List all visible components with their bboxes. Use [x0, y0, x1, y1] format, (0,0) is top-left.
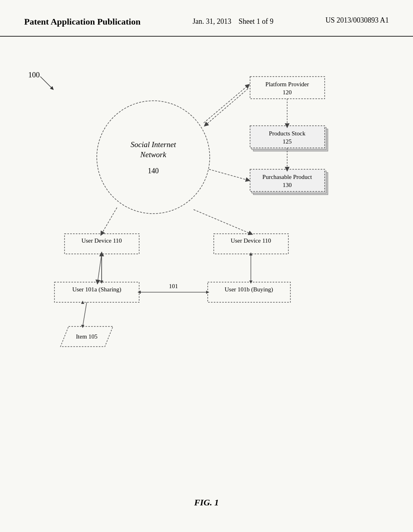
svg-text:User 101a (Sharing): User 101a (Sharing)	[72, 286, 121, 293]
svg-rect-25	[214, 234, 288, 254]
patent-number: US 2013/0030893 A1	[325, 16, 389, 24]
svg-marker-43	[206, 291, 209, 294]
diagram-svg: Social Internet Network 140 Platform Pro…	[20, 52, 383, 455]
svg-marker-40	[249, 281, 252, 284]
figure-label: FIG. 1	[194, 497, 219, 508]
svg-text:User Device 110: User Device 110	[81, 237, 122, 244]
svg-rect-23	[65, 234, 139, 254]
header-title: Patent Application Publication	[24, 16, 140, 28]
svg-line-18	[204, 85, 248, 123]
svg-line-27	[102, 208, 117, 234]
svg-text:Products Stock: Products Stock	[269, 130, 306, 137]
svg-text:Network: Network	[140, 150, 167, 159]
svg-text:101: 101	[169, 283, 178, 289]
svg-line-28	[194, 210, 251, 234]
publication-date: Jan. 31, 2013	[192, 17, 231, 25]
svg-text:125: 125	[283, 138, 292, 145]
svg-text:User Device 110: User Device 110	[231, 237, 271, 244]
svg-text:Platform Provider: Platform Provider	[265, 81, 309, 87]
header-patent-number: US 2013/0030893 A1	[325, 16, 389, 25]
svg-text:Item 105: Item 105	[76, 333, 98, 340]
header: Patent Application Publication Jan. 31, …	[0, 0, 413, 37]
svg-text:Social Internet: Social Internet	[131, 140, 176, 149]
patent-page: Patent Application Publication Jan. 31, …	[0, 0, 413, 532]
svg-text:User 101b (Buying): User 101b (Buying)	[225, 286, 273, 293]
svg-line-22	[209, 169, 248, 180]
svg-text:130: 130	[283, 182, 292, 188]
svg-text:120: 120	[283, 89, 292, 96]
svg-line-33	[98, 254, 102, 282]
svg-text:Purchasable Product: Purchasable Product	[263, 174, 313, 180]
svg-text:140: 140	[148, 167, 159, 175]
patent-publication-label: Patent Application Publication	[24, 17, 140, 27]
svg-line-19	[206, 89, 248, 125]
header-date-sheet: Jan. 31, 2013 Sheet 1 of 9	[192, 16, 273, 27]
sheet-info: Sheet 1 of 9	[238, 17, 273, 25]
svg-line-47	[83, 302, 87, 326]
